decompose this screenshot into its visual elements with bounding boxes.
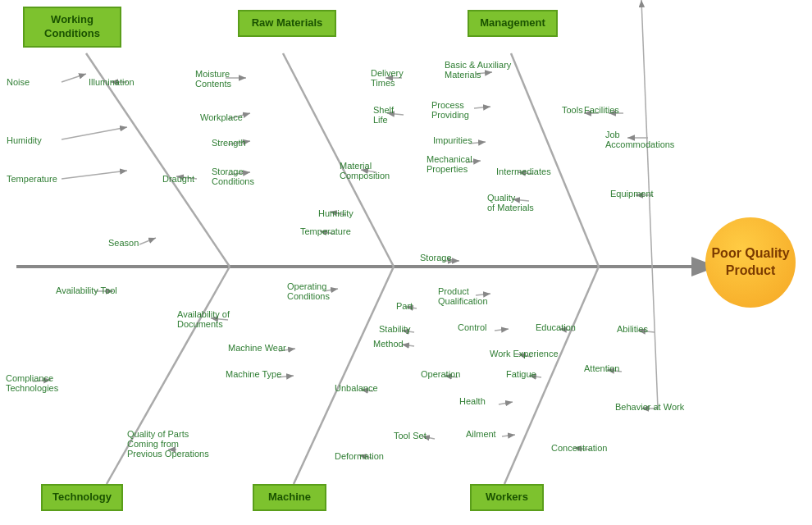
label-moisture: MoistureContents — [195, 69, 231, 89]
label-operating-conditions: OperatingConditions — [287, 281, 330, 301]
label-storage: Storage — [420, 253, 452, 262]
svg-line-55 — [502, 435, 515, 436]
label-abilities: Abilities — [617, 324, 648, 334]
label-illumination: Illumination — [89, 77, 135, 87]
label-intermediates: Intermediates — [496, 167, 551, 176]
label-basic-auxiliary: Basic & AuxiliaryMaterials — [445, 60, 511, 80]
label-tools: Tools — [562, 105, 583, 115]
label-tool-set: Tool Set — [394, 431, 427, 441]
svg-line-22 — [474, 107, 490, 108]
label-education: Education — [536, 322, 576, 332]
label-temperature-wc: Temperature — [7, 174, 57, 184]
label-machine-wear: Machine Wear — [228, 343, 286, 353]
category-workers: Workers — [470, 484, 544, 511]
label-temperature-rm: Temperature — [300, 226, 351, 236]
label-quality-materials: Qualityof Materials — [487, 193, 534, 212]
category-technology: Technology — [41, 484, 123, 511]
label-impurities: Impurities — [433, 135, 472, 145]
label-deformation: Deformation — [335, 451, 384, 461]
label-product-qualification: ProductQualification — [438, 286, 488, 306]
fishbone-diagram: WorkingConditions Raw Materials Manageme… — [0, 0, 812, 525]
category-machine: Machine — [253, 484, 326, 511]
svg-line-6 — [62, 127, 127, 139]
svg-line-54 — [499, 402, 513, 404]
label-process-providing: ProcessProviding — [431, 100, 469, 120]
outcome-circle: Poor QualityProduct — [705, 217, 796, 308]
label-draught: Draught — [162, 174, 194, 184]
svg-line-4 — [62, 74, 86, 82]
label-mechanical-properties: MechanicalProperties — [427, 154, 472, 174]
label-machine-type: Machine Type — [226, 369, 281, 379]
label-noise: Noise — [7, 77, 30, 87]
label-work-experience: Work Experience — [490, 349, 559, 358]
svg-line-9 — [139, 238, 156, 244]
label-method: Method — [373, 339, 404, 349]
svg-line-51 — [495, 329, 509, 331]
svg-line-59 — [641, 0, 658, 409]
label-availability-docs: Availability ofDocuments — [177, 309, 230, 329]
label-quality-parts: Quality of PartsComing fromPrevious Oper… — [127, 429, 209, 459]
label-job-accommodations: JobAccommodations — [605, 130, 674, 149]
label-storage-conditions: StorageConditions — [212, 167, 254, 186]
label-part: Part — [396, 301, 413, 311]
svg-line-43 — [402, 345, 414, 346]
label-availability-tool: Availability Tool — [56, 285, 117, 295]
label-behavior-at-work: Behavior at Work — [615, 402, 684, 412]
label-operation: Operation — [421, 369, 460, 379]
label-unbalance: Unbalance — [335, 383, 378, 393]
label-ailment: Ailment — [466, 429, 496, 439]
svg-line-20 — [511, 53, 599, 267]
label-humidity-wc: Humidity — [7, 135, 42, 145]
label-equipment: Equipment — [610, 189, 654, 199]
svg-line-7 — [62, 171, 127, 179]
label-season: Season — [108, 238, 139, 248]
label-compliance: ComplianceTechnologies — [6, 373, 58, 393]
category-working: WorkingConditions — [23, 7, 121, 48]
label-attention: Attention — [584, 363, 619, 373]
label-humidity-rm: Humidity — [318, 208, 354, 218]
label-health: Health — [459, 396, 486, 406]
label-fatigue: Fatigue — [506, 369, 536, 379]
label-shelf-life: ShelfLife — [373, 105, 394, 125]
label-stability: Stability — [379, 324, 411, 334]
label-strength: Strength — [212, 138, 246, 148]
label-concentration: Concentration — [551, 443, 608, 453]
label-material-composition: MaterialComposition — [340, 161, 390, 180]
category-management: Management — [468, 10, 558, 37]
label-delivery-times: DeliveryTimes — [371, 68, 404, 88]
label-workplace: Workplace — [200, 112, 243, 122]
label-facilities: Facilities — [584, 105, 619, 115]
label-control: Control — [458, 322, 486, 332]
category-rawmaterials: Raw Materials — [238, 10, 336, 37]
